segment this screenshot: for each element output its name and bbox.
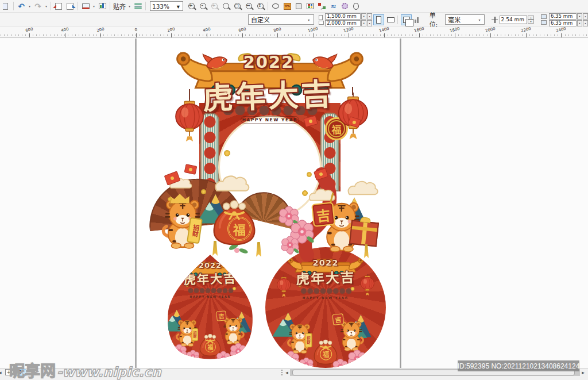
zoom-all-icon[interactable] bbox=[220, 1, 231, 11]
save-icon[interactable] bbox=[0, 1, 11, 11]
zoom-out-icon[interactable]: - bbox=[197, 1, 208, 11]
toolbar-separator bbox=[268, 2, 268, 10]
scroll-right-icon[interactable]: ▸ bbox=[580, 370, 586, 375]
peony-flower-graphic bbox=[281, 236, 299, 254]
ruler-label: 600 bbox=[23, 26, 36, 33]
page-preset-combo[interactable]: 自定义 ▾ bbox=[248, 14, 314, 25]
lantern-left-icon bbox=[174, 97, 205, 142]
zoom-page-icon[interactable]: □ bbox=[231, 1, 243, 11]
toolbar-separator bbox=[78, 2, 78, 10]
units-combo[interactable]: 毫米 ▾ bbox=[445, 14, 485, 25]
toolbar-separator bbox=[13, 2, 14, 10]
ruler-label: 1800 bbox=[448, 26, 462, 33]
height-down-spinner[interactable]: ▾ bbox=[361, 20, 366, 26]
welcome-screen-icon[interactable] bbox=[96, 1, 108, 11]
fortune-medallion: 福 bbox=[205, 341, 216, 352]
gold-coin bbox=[351, 287, 355, 291]
waves-icon[interactable]: ≈ bbox=[327, 1, 339, 11]
ruler-tick bbox=[526, 33, 527, 37]
rectangle-icon[interactable] bbox=[293, 1, 304, 11]
ruler-tick bbox=[490, 33, 491, 37]
dupx-up-spinner[interactable]: ▴ bbox=[583, 13, 588, 20]
app-launcher-dropdown-icon[interactable]: ▾ bbox=[91, 4, 96, 8]
canvas[interactable]: HAPPY NEW YEAR 2022 虎年大吉 福 bbox=[0, 39, 588, 368]
toolbar-separator bbox=[397, 16, 398, 24]
app-launcher-icon[interactable] bbox=[80, 1, 91, 11]
guideline-right[interactable] bbox=[400, 39, 401, 368]
ruler-tick bbox=[384, 33, 385, 37]
zoom-height-icon[interactable]: ↕ bbox=[254, 1, 266, 11]
ruler-tick bbox=[349, 33, 349, 37]
garland-scallops bbox=[300, 288, 352, 294]
zoom-in-icon[interactable]: + bbox=[185, 1, 197, 11]
snap-dropdown[interactable]: 贴齐 bbox=[112, 1, 127, 11]
scroll-left-icon[interactable]: ◂ bbox=[284, 370, 290, 375]
gift-box bbox=[349, 220, 379, 247]
nudge-down-spinner[interactable]: ▾ bbox=[528, 20, 534, 24]
first-page-icon[interactable]: ◂ bbox=[0, 370, 3, 375]
import-button[interactable] bbox=[53, 1, 64, 11]
redo-button[interactable]: ↷ bbox=[32, 1, 44, 11]
add-page-button[interactable]: + bbox=[5, 369, 12, 375]
ruler-label: 400 bbox=[200, 26, 213, 33]
mini-scene: 2022 虎年大吉 HAPPY NEW YEAR 招财 吉 福 bbox=[271, 250, 380, 368]
gear-icon[interactable] bbox=[339, 1, 350, 11]
units-label: 单位: bbox=[430, 10, 443, 29]
options-icon[interactable] bbox=[132, 1, 144, 11]
ruler-label: 2200 bbox=[519, 26, 532, 33]
page-size-icons bbox=[319, 15, 324, 25]
subtitle-text: HAPPY NEW YEAR bbox=[181, 295, 239, 298]
ruler-label: 600 bbox=[235, 26, 249, 33]
nodes-icon[interactable] bbox=[316, 1, 327, 11]
color-grid-icon[interactable] bbox=[304, 1, 316, 11]
duplicate-y-field[interactable]: 6.35 mm bbox=[549, 20, 577, 26]
status-bar bbox=[0, 376, 588, 380]
ruler-label: 2400 bbox=[555, 26, 568, 33]
page-tab[interactable]: 1 bbox=[14, 369, 26, 376]
duplicate-x-field[interactable]: 6.35 mm bbox=[549, 13, 577, 20]
current-page-button[interactable] bbox=[413, 14, 424, 25]
page-width-field[interactable]: 1,500.0 mm bbox=[325, 13, 361, 20]
ruler-label: 2000 bbox=[483, 26, 497, 33]
undo-dropdown-icon[interactable]: ▾ bbox=[27, 4, 32, 8]
app-window: ↶ ▾ ↷ ▾ ▾ 贴齐 ▾ 133% ▾ + - + □ ↔ ↕ TPS ≈ bbox=[0, 0, 588, 380]
width-down-spinner[interactable]: ▾ bbox=[361, 13, 366, 20]
ruler-tick bbox=[419, 33, 420, 37]
dupy-down-spinner[interactable]: ▾ bbox=[577, 20, 582, 26]
zoom-level-combo[interactable]: 133% ▾ bbox=[150, 1, 183, 11]
undo-button[interactable]: ↶ bbox=[16, 1, 27, 11]
ruler-tick bbox=[100, 33, 101, 37]
export-button[interactable] bbox=[64, 1, 76, 11]
headline-text: 虎年大吉 bbox=[184, 69, 352, 118]
tps-icon[interactable]: TPS bbox=[281, 1, 293, 11]
oval-icon[interactable] bbox=[350, 1, 362, 11]
badge-circle-artwork[interactable]: 2022 虎年大吉 HAPPY NEW YEAR 招财 吉 福 bbox=[265, 247, 386, 368]
luck-sign: 吉 bbox=[332, 313, 344, 325]
horizontal-ruler[interactable]: 6004002000200400600800100012001400160018… bbox=[0, 27, 588, 38]
page-preset-value: 自定义 bbox=[251, 15, 270, 24]
nudge-up-spinner[interactable]: ▴ bbox=[528, 16, 534, 20]
ellipse-tool-icon[interactable] bbox=[270, 1, 281, 11]
zoom-width-icon[interactable]: ↔ bbox=[243, 1, 254, 11]
ruler-tick bbox=[242, 33, 243, 37]
landscape-button[interactable] bbox=[385, 14, 396, 25]
ruler-label: 200 bbox=[94, 26, 107, 33]
flower-bud bbox=[234, 248, 239, 253]
redo-dropdown-icon[interactable]: ▾ bbox=[44, 4, 49, 8]
year-text: 2022 bbox=[223, 52, 315, 72]
portrait-button[interactable] bbox=[373, 14, 384, 25]
width-up-spinner[interactable]: ▴ bbox=[367, 13, 372, 20]
dupx-down-spinner[interactable]: ▾ bbox=[577, 13, 582, 20]
all-pages-button[interactable] bbox=[401, 14, 412, 25]
tiger-right-graphic bbox=[338, 320, 365, 351]
height-up-spinner[interactable]: ▴ bbox=[367, 20, 372, 26]
gold-coin bbox=[224, 150, 230, 156]
zoom-selected-icon[interactable]: + bbox=[208, 1, 220, 11]
guideline-left[interactable] bbox=[135, 39, 137, 368]
snap-dropdown-icon[interactable]: ▾ bbox=[127, 4, 132, 8]
fortune-medallion: 福 bbox=[320, 348, 332, 360]
dupy-up-spinner[interactable]: ▴ bbox=[583, 20, 588, 26]
page-height-field[interactable]: 2,000.0 mm bbox=[325, 20, 361, 26]
nudge-offset-field[interactable]: 2.54 mm bbox=[500, 16, 527, 24]
units-value: 毫米 bbox=[448, 15, 461, 24]
